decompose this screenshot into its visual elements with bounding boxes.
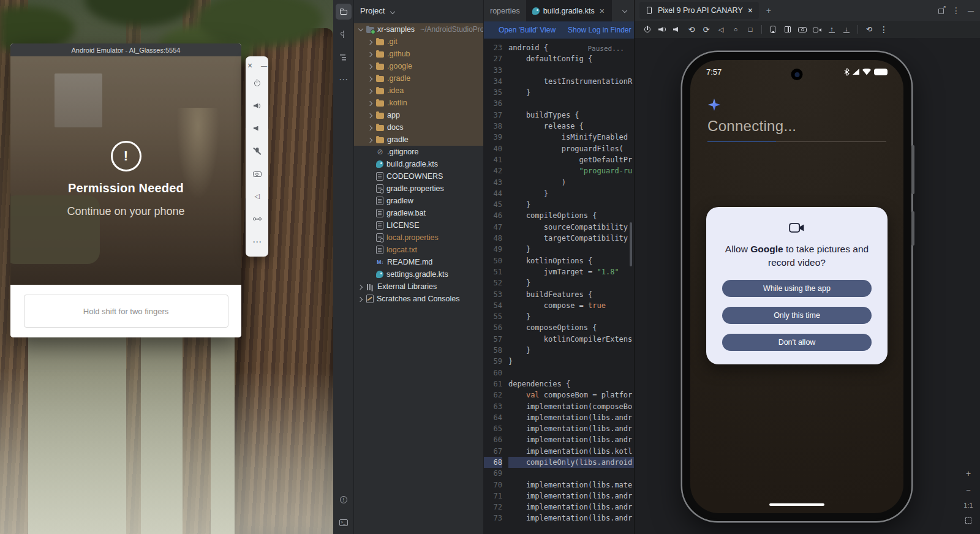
mic-off-icon (252, 146, 262, 156)
tree-item-settings-gradle-kts[interactable]: settings.gradle.kts (354, 268, 483, 280)
download-button[interactable] (840, 23, 853, 36)
volume-up-button[interactable] (246, 94, 268, 117)
volume-rocker-button[interactable] (911, 145, 914, 194)
screenshot-button[interactable] (766, 23, 780, 36)
device-screen[interactable]: 7:57 (690, 60, 903, 513)
tree-item-logcat-txt[interactable]: logcat.txt (354, 244, 483, 256)
close-tab-icon[interactable] (598, 7, 606, 15)
layout-button[interactable] (781, 23, 794, 36)
tree-item-idea[interactable]: .idea (354, 85, 483, 97)
editor-code-area[interactable]: 2327333435363738394041424344454647484950… (484, 39, 634, 534)
minimize-button[interactable] (260, 61, 268, 70)
rotate-right-button[interactable] (699, 23, 713, 36)
close-button[interactable] (246, 61, 254, 70)
zoom-out-button[interactable] (963, 485, 973, 495)
power-button[interactable] (246, 72, 268, 94)
project-panel-title[interactable]: Project (360, 6, 385, 15)
tree-item-docs[interactable]: docs (354, 121, 483, 134)
more-h-button[interactable] (246, 230, 268, 253)
overview-button[interactable] (744, 23, 757, 36)
tab-build-gradle-kts[interactable]: build.gradle.kts (526, 0, 612, 21)
power-button[interactable] (641, 23, 654, 36)
code-line: val composeBom = platfor (508, 389, 634, 401)
tree-item-codeowners[interactable]: CODEOWNERS (354, 170, 483, 182)
tree-item-build-gradle-kts[interactable]: build.gradle.kts (354, 158, 483, 170)
restore-button[interactable] (862, 23, 876, 36)
project-button[interactable] (336, 4, 352, 20)
emulator-screen[interactable]: Permission Needed Continue on your phone (10, 56, 241, 285)
permission-button-don-t-allow[interactable]: Don't allow (722, 334, 872, 351)
tree-item-google[interactable]: .google (354, 60, 483, 72)
editor-scrollbar[interactable] (630, 222, 632, 266)
tree-item-xr-samples[interactable]: xr-samples~/AndroidStudioProj (354, 23, 483, 36)
back-button[interactable] (246, 185, 268, 208)
line-number: 71 (484, 491, 502, 502)
problems-button[interactable] (336, 492, 352, 508)
code-line (508, 468, 634, 479)
terminal-button[interactable] (336, 514, 352, 530)
mic-off-button[interactable] (246, 140, 268, 162)
project-panel-header: Project (354, 0, 483, 21)
structure-button[interactable] (336, 49, 352, 65)
tree-item-git[interactable]: .git (354, 36, 483, 48)
show-log-in-finder-link[interactable]: Show Log in Finder (568, 26, 631, 34)
tree-item-gitignore[interactable]: .gitignore (354, 146, 483, 158)
more-options-icon[interactable] (951, 6, 961, 15)
code-line: "proguard-ru (508, 165, 634, 176)
more-tools-button[interactable] (336, 72, 352, 88)
commit-button[interactable] (336, 26, 352, 42)
tree-item-github[interactable]: .github (354, 48, 483, 60)
line-number: 40 (484, 143, 502, 154)
new-device-tab-button[interactable] (764, 6, 774, 15)
volume-down-button[interactable] (246, 117, 268, 140)
close-tab-icon[interactable] (747, 7, 754, 14)
tree-item-readme-md[interactable]: README.md (354, 256, 483, 268)
tree-item-local-properties[interactable]: local.properties (354, 231, 483, 244)
gesture-navigation-bar[interactable] (769, 503, 824, 506)
tab-pixel-9-pro-api-canary[interactable]: Pixel 9 Pro API CANARY (639, 2, 759, 19)
folder-icon (376, 88, 384, 94)
camera-button[interactable] (246, 162, 268, 185)
open-in-new-window-icon[interactable] (937, 6, 946, 15)
code-line: implementation(libs.mate (508, 479, 634, 491)
power-hardware-button[interactable] (911, 211, 914, 246)
folder-icon (376, 39, 384, 45)
back-nav-icon (252, 192, 262, 201)
tree-item-kotlin[interactable]: .kotlin (354, 97, 483, 109)
hide-panel-icon[interactable] (966, 6, 976, 15)
line-number: 65 (484, 423, 502, 434)
tree-item-gradle[interactable]: .gradle (354, 72, 483, 85)
permission-button-while-using-the-app[interactable]: While using the app (722, 280, 872, 297)
tree-item-gradle-properties[interactable]: gradle.properties (354, 182, 483, 195)
tree-item-gradle[interactable]: gradle (354, 134, 483, 146)
record-button[interactable] (810, 23, 824, 36)
rotate-left-button[interactable] (685, 23, 698, 36)
back-button[interactable] (714, 23, 728, 36)
open-build-view-link[interactable]: Open 'Build' View (499, 26, 556, 34)
tree-item-app[interactable]: app (354, 109, 483, 121)
upload-button[interactable] (825, 23, 839, 36)
project-view-chevron-icon[interactable] (388, 7, 396, 15)
zoom-reset-button[interactable]: 1:1 (963, 502, 973, 509)
chevron-right-icon (358, 284, 363, 290)
zoom-in-button[interactable] (963, 468, 973, 478)
code-line: compose = true (508, 300, 634, 311)
tab-gradle-properties[interactable]: roperties (484, 0, 526, 21)
tree-item-scratches-and-consoles[interactable]: Scratches and Consoles (354, 293, 483, 305)
tree-item-gradlew-bat[interactable]: gradlew.bat (354, 207, 483, 219)
zoom-to-fit-button[interactable] (963, 516, 973, 525)
line-number: 73 (484, 513, 502, 524)
tree-item-gradlew[interactable]: gradlew (354, 195, 483, 207)
tree-item-external-libraries[interactable]: External Libraries (354, 280, 483, 293)
tree-item-license[interactable]: LICENSE (354, 219, 483, 231)
more-v-button[interactable] (877, 23, 891, 36)
hidden-tabs-chevron-icon[interactable] (620, 6, 630, 16)
glasses-button[interactable] (246, 208, 268, 230)
volume-down-button[interactable] (670, 23, 684, 36)
volume-up-button[interactable] (655, 23, 669, 36)
camera-button[interactable] (796, 23, 809, 36)
home-button[interactable] (729, 23, 742, 36)
code-line: buildFeatures { (508, 289, 634, 300)
emulator-title-bar[interactable]: Android Emulator - AI_Glasses:5554 (10, 43, 241, 56)
permission-button-only-this-time[interactable]: Only this time (722, 307, 872, 324)
